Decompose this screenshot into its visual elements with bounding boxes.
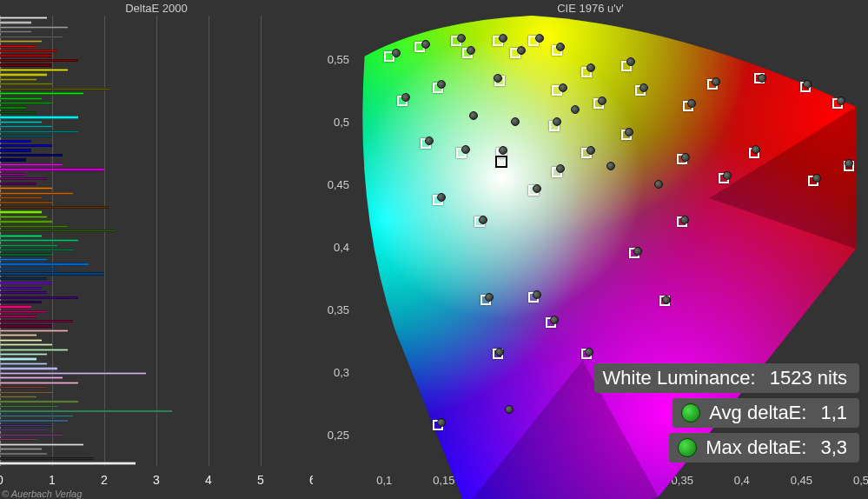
- cie-measured-point: [437, 80, 446, 89]
- deltae-bar: [0, 448, 42, 450]
- deltae-bar: [0, 253, 52, 256]
- deltae-bar: [0, 272, 104, 275]
- deltae-bar: [0, 54, 52, 57]
- deltae-bar: [0, 443, 83, 446]
- status-dot-icon: [681, 403, 700, 422]
- deltae-bar: [0, 396, 36, 398]
- deltae-panel: DeltaE 2000 0123456 © Auerbach Verlag: [0, 0, 313, 499]
- deltae-bar: [0, 50, 57, 52]
- cie-measured-point: [499, 34, 507, 43]
- cie-measured-point: [550, 316, 559, 324]
- deltae-bar: [0, 353, 47, 356]
- deltae-bar: [0, 168, 104, 170]
- deltae-bar: [0, 63, 52, 66]
- cie-measured-point: [625, 128, 633, 136]
- cie-measured-point: [392, 49, 401, 57]
- cie-measured-point: [681, 153, 690, 162]
- deltae-bar: [0, 386, 47, 389]
- cie-measured-point: [837, 96, 845, 105]
- cie-measured-point: [485, 293, 494, 302]
- cie-y-tick: 0,5: [334, 116, 349, 129]
- deltae-x-tick: 1: [49, 473, 56, 487]
- cie-measured-point: [633, 247, 642, 256]
- cie-measured-point: [425, 136, 434, 145]
- cie-measured-point: [639, 83, 648, 92]
- deltae-bar: [0, 135, 52, 137]
- deltae-bar: [0, 462, 136, 464]
- deltae-bar: [0, 17, 47, 19]
- deltae-bar: [0, 230, 115, 232]
- deltae-bar: [0, 244, 57, 247]
- white-luminance-stat: White Luminance: 1523 nits: [594, 363, 859, 393]
- cie-measured-point: [585, 348, 593, 356]
- avg-deltae-value: 1,1: [820, 402, 847, 424]
- cie-measured-point: [712, 77, 720, 86]
- deltae-bar: [0, 220, 52, 223]
- cie-y-tick: 0,3: [334, 366, 349, 379]
- deltae-bar: [0, 415, 73, 417]
- max-deltae-label: Max deltaE:: [706, 436, 806, 459]
- deltae-bar: [0, 125, 52, 128]
- cie-measured-point: [687, 99, 696, 108]
- cie-measured-point: [437, 193, 446, 202]
- deltae-bar: [0, 434, 63, 436]
- cie-measured-point: [845, 159, 853, 168]
- deltae-bar: [0, 111, 36, 114]
- deltae-bar: [0, 419, 68, 422]
- cie-measured-point: [467, 46, 475, 55]
- cie-measured-point: [559, 83, 567, 92]
- deltae-bar: [0, 163, 63, 166]
- deltae-bar: [0, 116, 78, 118]
- cie-measured-point: [533, 290, 541, 299]
- deltae-bar: [0, 305, 31, 308]
- deltae-bar: [0, 140, 31, 143]
- cie-title: CIE 1976 u'v': [313, 0, 868, 17]
- cie-measured-point: [556, 164, 565, 173]
- deltae-bar: [0, 343, 52, 346]
- cie-measured-point: [812, 174, 821, 183]
- cie-measured-point: [461, 145, 470, 154]
- deltae-bar: [0, 130, 78, 133]
- deltae-bar: [0, 315, 36, 317]
- deltae-bar: [0, 59, 78, 62]
- deltae-bar: [0, 206, 109, 209]
- deltae-bar: [0, 277, 47, 280]
- cie-measured-point: [535, 34, 544, 43]
- deltae-bar: [0, 282, 52, 284]
- avg-deltae-label: Avg deltaE:: [709, 402, 806, 424]
- deltae-bar: [0, 239, 78, 242]
- cie-measured-point: [499, 146, 507, 155]
- deltae-bar: [0, 177, 47, 180]
- deltae-bar: [0, 225, 68, 228]
- deltae-bar: [0, 187, 52, 190]
- cie-y-tick: 0,55: [328, 53, 349, 66]
- deltae-bar: [0, 424, 52, 427]
- deltae-bar-chart: [0, 16, 313, 466]
- deltae-bar: [0, 235, 42, 237]
- deltae-bar: [0, 30, 31, 33]
- deltae-bar: [0, 301, 42, 303]
- cie-measured-point: [586, 63, 595, 72]
- cie-measured-point: [553, 117, 561, 126]
- cie-y-tick: 0,45: [328, 178, 349, 191]
- deltae-bar: [0, 452, 47, 455]
- deltae-bar: [0, 310, 47, 313]
- deltae-bar: [0, 382, 78, 384]
- deltae-bar: [0, 268, 57, 270]
- cie-measured-point: [421, 40, 430, 49]
- deltae-bar: [0, 121, 42, 123]
- cie-measured-point: [533, 184, 541, 193]
- cie-measured-point: [469, 111, 478, 120]
- cie-measured-point: [457, 34, 466, 43]
- cie-measured-point: [758, 74, 766, 83]
- max-deltae-value: 3,3: [820, 436, 847, 459]
- deltae-bar: [0, 201, 52, 203]
- cie-y-tick: 0,35: [328, 303, 349, 316]
- deltae-bar: [0, 40, 42, 43]
- deltae-bar: [0, 183, 36, 185]
- cie-measured-point: [511, 117, 520, 126]
- max-deltae-stat: Max deltaE: 3,3: [669, 433, 859, 462]
- deltae-x-tick: 2: [101, 473, 108, 487]
- deltae-bar: [0, 83, 52, 85]
- cie-measured-point: [479, 216, 487, 224]
